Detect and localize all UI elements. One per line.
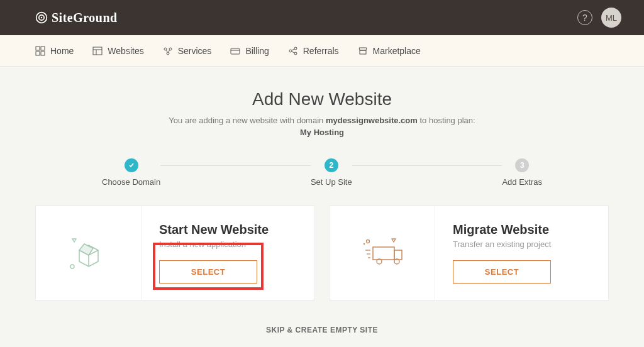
svg-point-17 <box>289 50 292 52</box>
card-title: Start New Website <box>159 223 297 237</box>
services-icon <box>163 46 173 56</box>
logo-swirl-icon <box>35 11 48 24</box>
nav-label: Services <box>178 46 212 56</box>
svg-rect-22 <box>360 50 366 54</box>
svg-marker-29 <box>394 250 402 260</box>
step-divider <box>160 165 311 166</box>
svg-marker-26 <box>72 239 76 242</box>
nav-home[interactable]: Home <box>35 46 74 56</box>
svg-point-11 <box>169 48 172 50</box>
select-start-button[interactable]: SELECT <box>159 260 257 284</box>
option-cards: Start New Website Install a new applicat… <box>35 206 609 300</box>
navbar: Home Websites Services Billing Referrals… <box>0 35 644 67</box>
svg-point-37 <box>363 243 364 244</box>
step-set-up-site: 2 Set Up Site <box>311 158 352 187</box>
svg-point-36 <box>366 240 369 243</box>
truck-icon <box>354 231 411 275</box>
svg-line-20 <box>292 49 294 50</box>
svg-rect-15 <box>231 48 240 54</box>
nav-billing[interactable]: Billing <box>230 46 269 56</box>
card-body: Start New Website Install a new applicat… <box>142 206 314 300</box>
svg-marker-35 <box>392 239 396 242</box>
websites-icon <box>92 46 103 56</box>
card-title: Migrate Website <box>453 223 591 237</box>
svg-rect-4 <box>41 47 45 50</box>
svg-rect-6 <box>41 52 45 55</box>
skip-link[interactable]: SKIP & CREATE EMPTY SITE <box>35 326 609 334</box>
step-divider <box>352 165 502 166</box>
step-label: Set Up Site <box>311 177 352 187</box>
nav-label: Billing <box>245 46 269 56</box>
nav-label: Home <box>50 46 74 56</box>
card-migrate: Migrate Website Transfer an existing pro… <box>329 206 609 300</box>
home-icon <box>35 46 45 56</box>
page-subtitle: You are adding a new website with domain… <box>35 116 609 125</box>
nav-referrals[interactable]: Referrals <box>288 46 339 56</box>
step-label: Choose Domain <box>102 177 160 187</box>
billing-icon <box>230 46 240 56</box>
card-subtitle: Transfer an existing project <box>453 240 591 249</box>
svg-point-19 <box>294 52 297 55</box>
nav-label: Referrals <box>303 46 339 56</box>
subtitle-pre: You are adding a new website with domain <box>169 116 326 125</box>
main-content: Add New Website You are adding a new web… <box>0 67 644 334</box>
card-start-new: Start New Website Install a new applicat… <box>35 206 315 300</box>
step-number: 3 <box>515 158 529 172</box>
subtitle-post: to hosting plan: <box>418 116 475 125</box>
card-illustration <box>330 206 435 300</box>
svg-point-10 <box>164 48 167 50</box>
svg-point-27 <box>70 265 74 268</box>
svg-point-18 <box>294 47 297 50</box>
select-migrate-button[interactable]: SELECT <box>453 260 551 284</box>
step-add-extras: 3 Add Extras <box>502 158 542 187</box>
marketplace-icon <box>358 46 368 56</box>
brand-logo[interactable]: SiteGround <box>35 11 118 25</box>
svg-line-14 <box>169 50 170 52</box>
svg-rect-5 <box>36 52 40 55</box>
card-body: Migrate Website Transfer an existing pro… <box>435 206 608 300</box>
nav-label: Marketplace <box>373 46 421 56</box>
nav-websites[interactable]: Websites <box>92 46 143 56</box>
svg-line-21 <box>292 52 294 53</box>
stepper: Choose Domain 2 Set Up Site 3 Add Extras <box>102 158 542 187</box>
plan-name: My Hosting <box>35 128 609 137</box>
topbar: SiteGround ? ML <box>0 0 644 35</box>
svg-point-2 <box>41 17 43 19</box>
page-title: Add New Website <box>35 89 609 109</box>
subtitle-domain: mydessignwebsite.com <box>326 116 418 125</box>
step-label: Add Extras <box>502 177 542 187</box>
card-illustration <box>36 206 142 300</box>
svg-rect-28 <box>373 247 394 260</box>
svg-rect-7 <box>93 47 102 55</box>
topbar-right: ? ML <box>577 8 621 28</box>
nav-label: Websites <box>108 46 143 56</box>
step-choose-domain: Choose Domain <box>102 158 160 187</box>
nav-marketplace[interactable]: Marketplace <box>358 46 421 56</box>
box-icon <box>64 231 114 275</box>
step-number: 2 <box>325 158 338 172</box>
brand-name: SiteGround <box>52 11 118 25</box>
svg-line-13 <box>166 50 167 52</box>
avatar[interactable]: ML <box>601 8 621 28</box>
svg-point-12 <box>167 52 169 55</box>
help-icon[interactable]: ? <box>577 10 592 25</box>
check-icon <box>125 158 138 172</box>
referrals-icon <box>288 46 298 56</box>
nav-services[interactable]: Services <box>163 46 212 56</box>
card-subtitle: Install a new application <box>159 240 297 249</box>
svg-rect-3 <box>36 47 40 50</box>
